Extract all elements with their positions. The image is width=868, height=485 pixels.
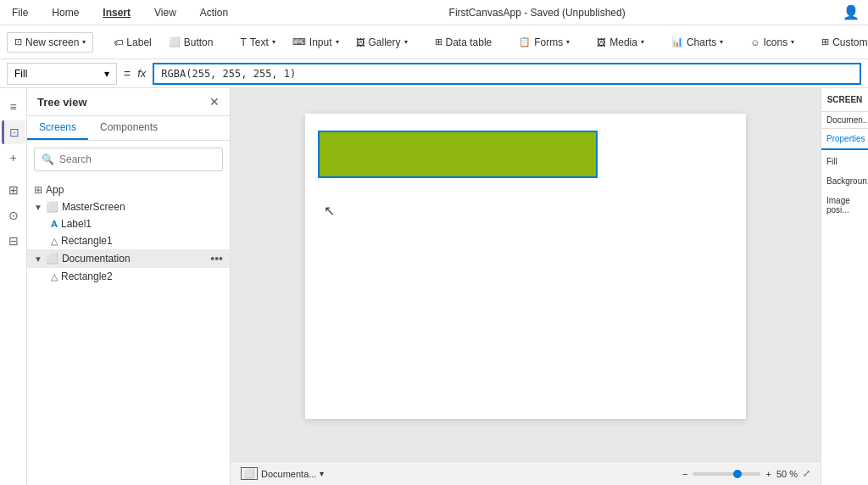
title-bar-right: 👤	[843, 4, 860, 20]
search-icon: 🔍	[42, 153, 54, 165]
data-table-button[interactable]: ⊞ Data table	[428, 33, 499, 52]
button-button[interactable]: ⬜ Button	[162, 33, 220, 52]
page-chevron[interactable]: ▾	[320, 469, 324, 478]
app-title: FirstCanvasApp - Saved (Unpublished)	[449, 7, 626, 19]
charts-icon: 📊	[671, 36, 683, 47]
sidebar-screens-icon[interactable]: ⊡	[2, 120, 25, 144]
tree-items: ⊞ App ▼ ⬜ MasterScreen A Label1 △ Rectan…	[27, 178, 230, 485]
screen-icon: ⬜	[46, 201, 58, 213]
canvas-area: ↖ ⬜ Documenta... ▾ − + 50 % ⤢	[231, 88, 821, 485]
background-property: Backgroun...	[826, 176, 863, 186]
canvas-rectangle[interactable]	[318, 131, 598, 178]
icons-button[interactable]: ☺ Icons ▾	[743, 33, 801, 52]
label-icon: 🏷	[114, 37, 123, 47]
charts-button[interactable]: 📊 Charts ▾	[665, 33, 730, 52]
tree-item-masterscreen[interactable]: ▼ ⬜ MasterScreen	[27, 198, 230, 215]
right-panel: SCREEN Documen... Properties Fill Backgr…	[821, 88, 868, 485]
fx-label: fx	[137, 67, 146, 80]
screen-icon-doc: ⬜	[46, 253, 58, 265]
sidebar-components-icon[interactable]: ⊟	[2, 229, 25, 253]
tree-tabs: Screens Components	[27, 116, 230, 141]
new-screen-icon: ⊡	[14, 36, 22, 47]
tree-item-label: MasterScreen	[62, 201, 125, 213]
sidebar-icons: ≡ ⊡ + ⊞ ⊙ ⊟	[0, 88, 27, 485]
charts-chevron: ▾	[720, 38, 723, 46]
canvas-page[interactable]: ↖	[305, 114, 746, 419]
menu-action[interactable]: Action	[197, 5, 231, 20]
tree-title: Tree view	[37, 96, 87, 109]
input-chevron: ▾	[336, 38, 339, 46]
tree-item-label: Documentation	[62, 253, 131, 265]
right-panel-screen-label: SCREEN	[821, 88, 868, 112]
new-screen-chevron: ▾	[82, 38, 86, 46]
input-icon: ⌨	[292, 36, 306, 47]
forms-button[interactable]: 📋 Forms ▾	[512, 33, 576, 52]
menu-insert[interactable]: Insert	[99, 5, 134, 20]
right-panel-items: Fill Backgroun... Image posi...	[821, 150, 868, 221]
tab-components[interactable]: Components	[88, 116, 170, 140]
tab-screens[interactable]: Screens	[27, 116, 88, 140]
right-panel-doc-label: Documen...	[821, 112, 868, 129]
formula-field-chevron: ▾	[104, 68, 109, 80]
menu-view[interactable]: View	[151, 5, 180, 20]
zoom-expand-icon[interactable]: ⤢	[803, 468, 810, 479]
tree-item-label: Label1	[61, 218, 92, 230]
tree-search-container: 🔍	[27, 141, 230, 178]
tree-panel: Tree view ✕ Screens Components 🔍 ⊞ App ▼…	[27, 88, 231, 485]
tree-item-label: Rectangle2	[61, 270, 113, 282]
menu-bar: File Home Insert View Action	[8, 5, 231, 20]
custom-icon: ⊞	[821, 36, 829, 47]
label-button[interactable]: 🏷 Label	[107, 33, 158, 52]
tree-item-rectangle2[interactable]: △ Rectangle2	[27, 268, 230, 285]
sidebar-add-icon[interactable]: +	[2, 146, 25, 170]
toolbar: ⊡ New screen ▾ 🏷 Label ⬜ Button T Text ▾…	[0, 25, 868, 59]
gallery-chevron: ▾	[404, 38, 408, 46]
tree-search-box: 🔍	[34, 148, 223, 171]
media-button[interactable]: 🖼 Media ▾	[590, 33, 651, 52]
forms-chevron: ▾	[566, 38, 570, 46]
tree-header: Tree view ✕	[27, 88, 230, 116]
app-icon: ⊞	[34, 184, 42, 196]
tab-properties[interactable]: Properties	[821, 129, 868, 150]
tree-item-app[interactable]: ⊞ App	[27, 181, 230, 198]
zoom-out-button[interactable]: −	[682, 469, 687, 479]
rect2-item-icon: △	[51, 271, 58, 282]
tree-item-rectangle1[interactable]: △ Rectangle1	[27, 232, 230, 249]
zoom-in-button[interactable]: +	[765, 469, 771, 479]
button-icon: ⬜	[169, 36, 181, 47]
image-pos-property: Image posi...	[826, 196, 863, 215]
sidebar-menu-icon[interactable]: ≡	[2, 95, 25, 119]
search-input[interactable]	[59, 153, 215, 165]
formula-bar: Fill ▾ = fx	[0, 59, 868, 88]
tree-item-label: App	[46, 184, 64, 196]
menu-file[interactable]: File	[8, 5, 31, 20]
menu-home[interactable]: Home	[48, 5, 82, 20]
formula-input[interactable]	[153, 63, 861, 85]
label-item-icon: A	[51, 219, 58, 229]
page-name: Documenta...	[261, 469, 316, 479]
media-chevron: ▾	[641, 38, 644, 46]
fill-property: Fill	[826, 157, 863, 166]
media-icon: 🖼	[597, 37, 606, 47]
tree-close-icon[interactable]: ✕	[209, 95, 220, 109]
main-layout: ≡ ⊡ + ⊞ ⊙ ⊟ Tree view ✕ Screens Componen…	[0, 88, 868, 485]
sidebar-variables-icon[interactable]: ⊙	[2, 203, 25, 227]
formula-equals: =	[124, 67, 131, 81]
formula-field-selector[interactable]: Fill ▾	[7, 63, 117, 85]
zoom-slider-thumb[interactable]	[733, 470, 742, 478]
more-options-icon[interactable]: •••	[210, 252, 223, 265]
text-button[interactable]: T Text ▾	[233, 33, 281, 52]
input-button[interactable]: ⌨ Input ▾	[286, 33, 346, 52]
tree-item-documentation[interactable]: ▼ ⬜ Documentation •••	[27, 249, 230, 268]
title-bar: File Home Insert View Action FirstCanvas…	[0, 0, 868, 25]
tree-item-label1[interactable]: A Label1	[27, 215, 230, 232]
zoom-slider[interactable]	[693, 472, 760, 476]
custom-button[interactable]: ⊞ Custom ▾	[815, 33, 868, 52]
data-table-icon: ⊞	[435, 36, 442, 47]
gallery-button[interactable]: 🖼 Gallery ▾	[349, 33, 415, 52]
user-icon[interactable]: 👤	[843, 4, 860, 20]
canvas-content[interactable]: ↖	[231, 88, 821, 461]
new-screen-button[interactable]: ⊡ New screen ▾	[7, 32, 93, 53]
sidebar-data-icon[interactable]: ⊞	[2, 178, 25, 202]
tree-item-label: Rectangle1	[61, 235, 113, 247]
